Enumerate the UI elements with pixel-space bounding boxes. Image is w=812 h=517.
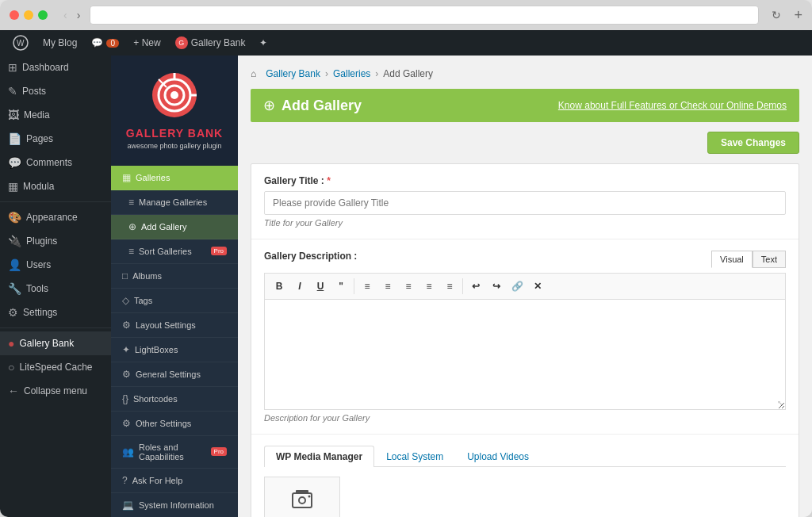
editor-toolbar: B I U " ≡ ≡ ≡ ≡ ≡ ↩ ↪	[264, 273, 786, 299]
media-tab-wp[interactable]: WP Media Manager	[264, 446, 374, 467]
general-settings-icon: ⚙	[122, 369, 131, 380]
gallery-desc-label: Gallery Description :	[264, 251, 357, 262]
gb-menu-albums[interactable]: □ Albums	[111, 264, 238, 289]
gb-menu-shortcodes[interactable]: {} Shortcodes	[111, 387, 238, 412]
sidebar-item-media[interactable]: 🖼 Media	[0, 103, 111, 127]
gb-menu-lightboxes[interactable]: ✦ LightBoxes	[111, 338, 238, 362]
svg-text:W: W	[17, 39, 25, 48]
toolbar-align-center[interactable]: ≡	[419, 277, 439, 296]
shortcodes-label: Shortcodes	[133, 394, 178, 404]
toolbar-ul[interactable]: ≡	[378, 277, 397, 296]
sidebar-item-pages[interactable]: 📄 Pages	[0, 127, 111, 151]
wp-sidebar: ⊞ Dashboard ✎ Posts 🖼 Media 📄 Pages 💬	[0, 56, 111, 517]
toolbar-align-left[interactable]: ≡	[399, 277, 418, 296]
gb-menu-manage-galleries[interactable]: ≡ Manage Galleries	[111, 190, 238, 215]
toolbar-sep-1	[354, 278, 354, 294]
tools-icon: 🔧	[8, 282, 21, 295]
toolbar-redo[interactable]: ↪	[487, 277, 506, 296]
other-settings-label: Other Settings	[136, 419, 191, 428]
gb-menu-layout-settings[interactable]: ⚙ Layout Settings	[111, 313, 238, 338]
gb-menu-galleries[interactable]: ▦ Galleries	[111, 166, 238, 190]
media-icon: 🖼	[8, 109, 19, 121]
close-dot[interactable]	[10, 10, 19, 20]
manage-galleries-label: Manage Galleries	[139, 197, 207, 207]
gallery-title-input[interactable]	[264, 191, 786, 215]
back-button[interactable]: ‹	[60, 7, 71, 23]
toolbar-underline[interactable]: U	[311, 277, 330, 296]
minimize-dot[interactable]	[24, 10, 33, 20]
breadcrumb-sep-2: ›	[325, 68, 328, 79]
sidebar-item-dashboard[interactable]: ⊞ Dashboard	[0, 56, 111, 79]
page-header-icon: ⊕	[263, 97, 275, 114]
toolbar-undo[interactable]: ↩	[466, 277, 485, 296]
toolbar-ol[interactable]: ≡	[358, 277, 377, 296]
wp-logo-item[interactable]: W	[6, 30, 35, 56]
wp-visit-item[interactable]: ✦	[253, 30, 274, 56]
sidebar-item-settings[interactable]: ⚙ Settings	[0, 301, 111, 324]
gb-menu-ask-help[interactable]: ? Ask For Help	[111, 469, 238, 493]
collapse-icon: ←	[8, 385, 19, 397]
shortcodes-icon: {}	[122, 393, 128, 404]
dashboard-icon: ⊞	[8, 61, 17, 74]
add-tab-button[interactable]: +	[794, 7, 802, 24]
sidebar-media-label: Media	[24, 109, 50, 121]
sidebar-item-posts[interactable]: ✎ Posts	[0, 79, 111, 103]
sidebar-collapse-menu[interactable]: ← Collapse menu	[0, 379, 111, 403]
breadcrumb-galleries[interactable]: Galleries	[333, 68, 370, 79]
toolbar-link[interactable]: 🔗	[508, 277, 527, 296]
add-media-box[interactable]: Add Media	[264, 477, 340, 517]
save-changes-button[interactable]: Save Changes	[707, 132, 799, 154]
media-tab-upload[interactable]: Upload Videos	[455, 446, 541, 467]
sort-galleries-pro-badge: Pro	[211, 247, 227, 255]
page-header-link[interactable]: Know about Full Features or Check our On…	[558, 100, 787, 111]
gb-menu-add-gallery[interactable]: ⊕ Add Gallery	[111, 215, 238, 239]
gb-menu-general-settings[interactable]: ⚙ General Settings	[111, 362, 238, 387]
editor-tab-visual[interactable]: Visual	[711, 251, 753, 268]
sidebar-item-appearance[interactable]: 🎨 Appearance	[0, 205, 111, 229]
sidebar-plugins-label: Plugins	[26, 236, 57, 247]
new-item[interactable]: + New	[127, 30, 167, 56]
maximize-dot[interactable]	[38, 10, 48, 20]
sidebar-item-gallery-bank[interactable]: ● Gallery Bank	[0, 331, 111, 355]
modula-icon: ▦	[8, 180, 18, 193]
sidebar-item-tools[interactable]: 🔧 Tools	[0, 277, 111, 301]
url-bar[interactable]	[90, 6, 759, 25]
sidebar-item-modula[interactable]: ▦ Modula	[0, 174, 111, 198]
media-tabs-wrap: WP Media Manager Local System Upload Vid…	[251, 434, 799, 467]
media-area: Add Media	[251, 467, 799, 517]
sidebar-item-comments[interactable]: 💬 Comments	[0, 151, 111, 174]
wp-visit-icon: ✦	[259, 37, 267, 48]
users-icon: 👤	[8, 258, 21, 271]
toolbar-italic[interactable]: I	[290, 277, 309, 296]
sidebar-item-litespeed[interactable]: ○ LiteSpeed Cache	[0, 355, 111, 379]
editor-tab-text[interactable]: Text	[753, 251, 786, 268]
my-blog-item[interactable]: My Blog	[36, 30, 83, 56]
breadcrumb-sep-3: ›	[375, 68, 378, 79]
comments-item[interactable]: 💬 0	[85, 30, 125, 56]
roles-pro-badge: Pro	[211, 447, 227, 456]
toolbar-align-right[interactable]: ≡	[440, 277, 459, 296]
toolbar-bold[interactable]: B	[270, 277, 289, 296]
reload-button[interactable]: ↻	[772, 9, 781, 21]
comment-icon: 💬	[91, 37, 103, 48]
gb-menu-sort-galleries[interactable]: ≡ Sort Galleries Pro	[111, 239, 238, 264]
gb-menu-tags[interactable]: ◇ Tags	[111, 289, 238, 313]
media-tab-local[interactable]: Local System	[374, 446, 455, 467]
browser-dots	[10, 10, 48, 20]
toolbar-fullscreen[interactable]: ✕	[528, 277, 547, 296]
gb-menu-system-info[interactable]: 💻 System Information	[111, 493, 238, 517]
forward-button[interactable]: ›	[74, 7, 84, 23]
albums-icon: □	[122, 270, 128, 281]
gb-menu-roles[interactable]: 👥 Roles and Capabilities Pro	[111, 436, 238, 469]
sidebar-item-plugins[interactable]: 🔌 Plugins	[0, 229, 111, 253]
breadcrumb-gallery-bank[interactable]: Gallery Bank	[266, 68, 320, 79]
tags-icon: ◇	[122, 295, 129, 306]
toolbar-quote[interactable]: "	[331, 277, 350, 296]
gb-menu-other-settings[interactable]: ⚙ Other Settings	[111, 412, 238, 436]
gallery-desc-editor[interactable]: ⤡	[264, 299, 786, 410]
sidebar-item-users[interactable]: 👤 Users	[0, 253, 111, 277]
add-gallery-icon: ⊕	[128, 221, 136, 232]
browser-nav: ‹ ›	[60, 7, 83, 23]
gallery-title-label: Gallery Title : *	[264, 175, 786, 186]
gallery-bank-admin-item[interactable]: G Gallery Bank	[169, 30, 252, 56]
